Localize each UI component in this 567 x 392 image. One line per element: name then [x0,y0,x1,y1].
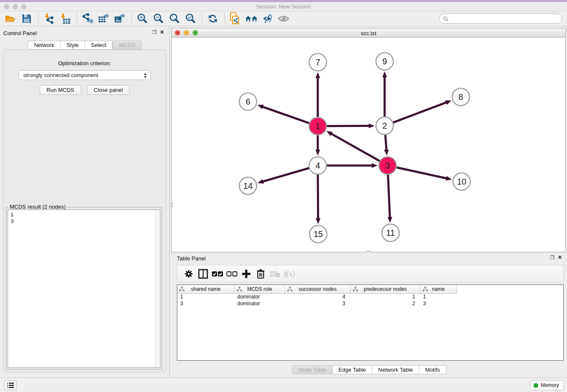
cell-shared_name[interactable]: 1 [177,293,234,300]
graph-edge-4-15[interactable] [318,174,318,219]
first-neighbors-button[interactable] [245,13,258,25]
cell-mcds_role[interactable]: dominator [234,293,285,300]
eye-icon [277,14,290,23]
cell-predecessor_nodes[interactable]: 2 [350,300,420,307]
open-session-button[interactable] [4,13,17,25]
graph-node-label: 10 [457,177,466,186]
control-panel-title: Control Panel [3,30,37,36]
tab-mcds[interactable]: MCDS [113,41,141,50]
search-icon [443,16,449,22]
graph-edge-1-2[interactable] [327,126,369,126]
table-row[interactable]: 1dominator411 [177,293,457,300]
cell-predecessor_nodes[interactable]: 1 [350,293,420,300]
column-header-successor_nodes[interactable]: successor nodes [285,285,350,293]
column-header-mcds_role[interactable]: MCDS role [234,285,285,293]
search-input[interactable] [449,16,561,22]
tab-motifs[interactable]: Motifs [419,365,446,374]
network-window-titlebar[interactable]: ✕ − + scc.txt [172,28,565,38]
node-table-container[interactable]: shared nameMCDS rolesuccessor nodesprede… [177,284,564,361]
close-panel-button[interactable]: Close panel [87,85,130,95]
zoom-in-button[interactable] [136,13,149,25]
zoom-fit-button[interactable] [168,13,181,25]
graph-edge-3-1[interactable] [331,133,380,161]
column-header-name[interactable]: name [420,285,457,293]
export-table-button[interactable] [97,13,110,25]
optimization-criterion-select[interactable]: strongly connected component ▲▼ [19,70,151,80]
import-table-icon [60,13,71,24]
graph-edge-2-8[interactable] [393,102,447,123]
zoom-out-button[interactable] [152,13,165,25]
task-history-button[interactable] [4,380,17,390]
column-type-icon [179,287,184,293]
tab-network[interactable]: Network [28,41,61,50]
checked-boxes-icon [212,271,223,277]
cell-name[interactable]: 3 [420,300,457,307]
delete-table-button[interactable] [268,268,282,280]
export-network-button[interactable] [81,13,94,25]
save-session-button[interactable] [20,13,33,25]
network-view-window: ✕ − + scc.txt 7968124314101511 [171,28,566,252]
cell-successor_nodes[interactable]: 3 [285,300,350,307]
table-settings-button[interactable] [182,268,196,280]
search-field[interactable] [439,14,562,24]
result-scrollbar-track[interactable] [155,210,160,367]
float-table-panel-icon[interactable]: ❐ [550,255,554,260]
tab-style[interactable]: Style [61,41,85,50]
function-builder-button[interactable]: f(x) [282,268,297,280]
graph-edge-2-3[interactable] [385,135,387,150]
network-canvas[interactable]: 7968124314101511 [172,38,565,252]
network-graph[interactable]: 7968124314101511 [172,38,565,252]
graph-edge-3-11[interactable] [388,174,390,218]
zoom-out-icon [153,13,164,24]
import-table-button[interactable] [59,13,72,25]
table-row[interactable]: 3dominator323 [177,300,457,307]
graph-edge-1-6[interactable] [262,107,309,123]
unchecked-boxes-icon [226,271,237,277]
memory-button[interactable]: Memory [530,380,564,390]
toggle-panel-columns-button[interactable] [196,268,210,280]
column-header-predecessor_nodes[interactable]: predecessor nodes [350,285,420,293]
show-graphics-details-button[interactable] [277,13,290,25]
tab-network-table[interactable]: Network Table [372,365,419,374]
run-mcds-button[interactable]: Run MCDS [40,85,81,95]
apply-layout-button[interactable] [206,13,219,25]
new-network-from-selection-button[interactable] [229,13,242,25]
export-image-button[interactable] [113,13,126,25]
cell-shared_name[interactable]: 3 [177,300,234,307]
deselect-all-rows-button[interactable] [225,268,239,280]
cell-successor_nodes[interactable]: 4 [285,293,350,300]
column-type-icon [287,287,292,293]
mcds-result-textarea[interactable]: 1 3 [8,210,160,368]
open-folder-icon [5,14,16,23]
graph-node-label: 1 [315,121,320,131]
graph-edge-4-14[interactable] [262,168,309,182]
import-network-icon [44,13,55,24]
zoom-selected-button[interactable] [184,13,197,25]
select-all-rows-button[interactable] [210,268,225,280]
tab-select[interactable]: Select [85,41,113,50]
houses-icon [245,14,258,24]
export-table-icon [98,13,110,24]
column-type-icon [237,287,242,293]
tab-node-table[interactable]: Node Table [292,365,333,374]
delete-columns-button[interactable] [253,268,268,280]
graph-edge-3-10[interactable] [396,168,447,179]
tab-edge-table[interactable]: Edge Table [333,365,372,374]
node-table-body: 1dominator4113dominator323 [177,293,457,307]
table-toolbar: f(x) [177,265,564,282]
split-columns-icon [198,269,208,279]
cell-mcds_role[interactable]: dominator [234,300,285,307]
cell-name[interactable]: 1 [420,293,457,300]
column-header-shared_name[interactable]: shared name [177,285,234,293]
mcds-tab-content: Optimization criterion: strongly connect… [3,50,166,373]
add-column-button[interactable] [239,268,253,280]
graph-node-label: 6 [245,97,250,106]
optimization-criterion-label: Optimization criterion: [3,60,166,66]
splitter-grabber-vertical[interactable] [171,203,173,207]
hide-selected-button[interactable] [261,13,274,25]
float-panel-icon[interactable]: ❐ [152,30,157,35]
close-panel-icon[interactable]: ✕ [160,30,164,35]
window-titlebar[interactable]: Session: New Session [0,2,567,11]
close-table-panel-icon[interactable]: ✕ [558,255,562,260]
import-network-button[interactable] [43,13,55,25]
